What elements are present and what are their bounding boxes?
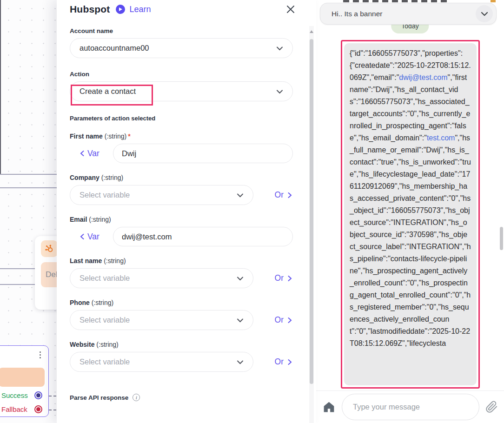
field-label-email: Email (:string): [70, 216, 293, 223]
chevron-left-icon: [80, 150, 84, 157]
drawer-scrollbar[interactable]: [309, 26, 314, 423]
chevron-down-icon: [276, 89, 283, 94]
chat-scrollbar-thumb[interactable]: [500, 227, 503, 250]
connector-edge: [0, 187, 58, 188]
website-placeholder: Select variable: [80, 357, 130, 366]
home-icon[interactable]: [322, 400, 336, 414]
message-input[interactable]: [353, 403, 468, 411]
hubspot-logo-icon: [41, 240, 58, 257]
chevron-right-icon: [288, 192, 292, 198]
attachment-paperclip-icon[interactable]: [485, 401, 498, 413]
message-link[interactable]: dwij@test.com: [399, 73, 447, 81]
email-input[interactable]: [113, 227, 293, 246]
account-name-value: autoaccountname00: [80, 44, 149, 53]
banner-text: Hi.. Its a banner: [332, 10, 382, 18]
drawer-scrollbar-thumb[interactable]: [310, 39, 313, 384]
var-toggle-firstname[interactable]: Var: [70, 149, 113, 159]
field-label-website: Website (:string): [70, 341, 293, 348]
play-video-icon[interactable]: [116, 5, 125, 14]
chevron-down-icon: [276, 46, 283, 51]
chevron-down-icon: [481, 12, 488, 16]
field-label-lastname: Last name (:string): [70, 257, 293, 264]
fallback-port-label: Fallback: [1, 405, 27, 413]
canvas-left-border: [0, 0, 1, 174]
chevron-left-icon: [80, 233, 84, 240]
connector-edge: [0, 174, 58, 175]
or-toggle-lastname[interactable]: Or: [275, 273, 293, 283]
or-toggle-company[interactable]: Or: [275, 190, 293, 200]
drawer-title: Hubspot: [70, 4, 110, 15]
scroll-up-arrow-icon[interactable]: [310, 30, 313, 33]
connector-edge: [0, 284, 35, 285]
chevron-down-icon: [237, 360, 244, 364]
company-select[interactable]: Select variable: [70, 185, 253, 205]
json-message-highlight: {"id":"166055775073","properties":{"crea…: [341, 40, 480, 389]
message-input-pill[interactable]: [342, 394, 479, 420]
account-name-select[interactable]: autoaccountname00: [70, 38, 293, 58]
info-icon[interactable]: i: [133, 394, 140, 401]
action-label: Action: [70, 71, 293, 78]
action-select[interactable]: Create a contact: [70, 81, 293, 101]
website-select[interactable]: Select variable: [70, 352, 253, 372]
chevron-down-icon: [237, 276, 244, 281]
hubspot-config-drawer: Hubspot Learn Account name autoaccountna…: [57, 0, 316, 423]
or-toggle-phone[interactable]: Or: [275, 315, 293, 325]
field-label-phone: Phone (:string): [70, 299, 293, 306]
chevron-right-icon: [288, 275, 292, 282]
firstname-input[interactable]: [113, 144, 293, 163]
lastname-select[interactable]: Select variable: [70, 268, 253, 288]
phone-placeholder: Select variable: [80, 316, 130, 324]
node-highlight-bar[interactable]: [0, 368, 45, 387]
fallback-port-handle[interactable]: [34, 405, 42, 413]
chevron-right-icon: [288, 317, 292, 324]
banner-collapse-button[interactable]: [476, 5, 493, 22]
account-name-label: Account name: [70, 27, 293, 34]
chat-banner[interactable]: Hi.. Its a banner: [320, 3, 497, 25]
app-screen: Dele Success Fallback Hubspot Learn: [0, 0, 504, 423]
workflow-node-card[interactable]: Success Fallback: [0, 345, 49, 417]
clipped-icon-fragment: [491, 0, 496, 2]
connector-edge: [0, 268, 35, 269]
lastname-placeholder: Select variable: [80, 274, 130, 283]
chevron-down-icon: [237, 318, 244, 323]
phone-select[interactable]: Select variable: [70, 310, 253, 330]
kebab-menu-icon[interactable]: [40, 351, 41, 358]
learn-link[interactable]: Learn: [130, 5, 151, 14]
json-message-text: {"id":"166055775073","properties":{"crea…: [344, 43, 477, 385]
parse-api-label: Parse API response: [70, 394, 128, 401]
chevron-down-icon: [237, 193, 244, 198]
params-section-label: Parameters of action selected: [70, 115, 293, 122]
company-placeholder: Select variable: [80, 191, 130, 199]
action-value: Create a contact: [80, 87, 136, 96]
or-toggle-website[interactable]: Or: [275, 357, 293, 367]
success-port-label: Success: [1, 391, 28, 399]
chat-footer: [316, 390, 504, 423]
message-link[interactable]: test.com: [427, 134, 455, 142]
close-icon[interactable]: [285, 4, 296, 14]
success-port-handle[interactable]: [34, 391, 42, 399]
chevron-right-icon: [288, 359, 292, 365]
clipped-message-fragment: [343, 0, 450, 2]
chat-panel: Today Hi.. Its a banner {"id":"166055775…: [316, 0, 504, 423]
field-label-company: Company (:string): [70, 174, 293, 181]
var-toggle-email[interactable]: Var: [70, 232, 113, 242]
field-label-firstname: First name (:string)*: [70, 132, 293, 140]
